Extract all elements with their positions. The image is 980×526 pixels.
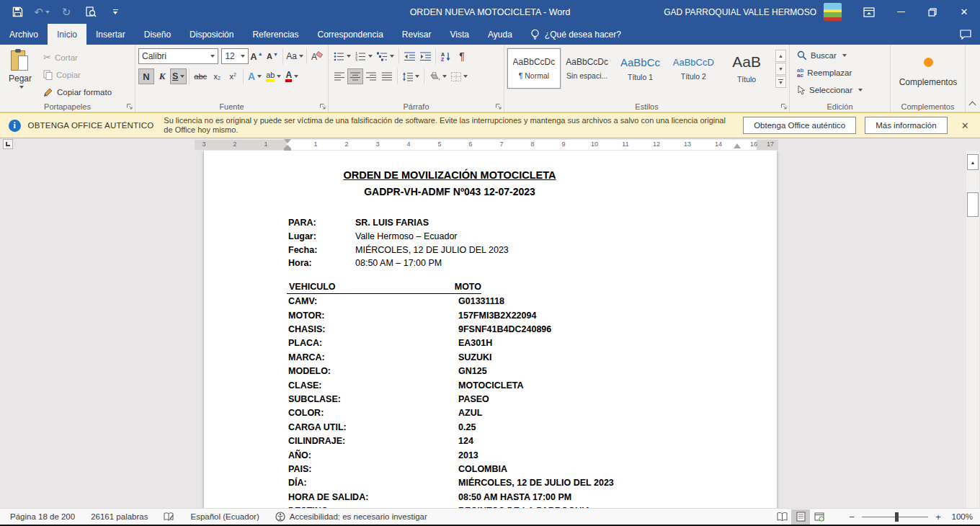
tab-diseno[interactable]: Diseño	[135, 24, 180, 45]
show-marks-button[interactable]: ¶	[454, 48, 470, 64]
account-name[interactable]: GAD PARROQUIAL VALLE HERMOSO	[664, 7, 816, 17]
complementos-button[interactable]: Complementos	[894, 47, 963, 97]
align-right-button[interactable]	[363, 68, 379, 84]
font-color-button[interactable]: A	[283, 68, 300, 84]
tell-me-box[interactable]: ¿Qué desea hacer?	[522, 24, 630, 45]
format-painter-button[interactable]: Copiar formato	[43, 85, 112, 100]
styles-scroll-down-icon[interactable]: ▼	[775, 63, 786, 75]
borders-button[interactable]	[449, 68, 470, 84]
undo-icon[interactable]: ↶	[35, 4, 49, 20]
underline-button[interactable]: S	[170, 68, 187, 84]
vehicle-table: CAMV:G01331118 MOTOR:157FMI3B2X22094 CHA…	[288, 295, 777, 508]
style-titulo-2[interactable]: AaBbCcD Título 2	[667, 48, 720, 89]
tab-revisar[interactable]: Revisar	[393, 24, 441, 45]
font-size-combo[interactable]: 12	[221, 48, 249, 64]
tab-disposicion[interactable]: Disposición	[180, 24, 243, 45]
grow-font-button[interactable]: A▲	[249, 48, 264, 64]
align-center-button[interactable]	[347, 68, 363, 84]
sort-button[interactable]: AZ	[438, 48, 454, 64]
decrease-indent-button[interactable]	[401, 48, 417, 64]
styles-scroll-up-icon[interactable]: ▲	[775, 50, 786, 62]
clipboard-dialog-launcher-icon[interactable]	[126, 103, 133, 110]
highlight-color-button[interactable]: ab	[264, 68, 283, 84]
table-row: MARCA:SUZUKI	[288, 351, 777, 365]
style-titulo[interactable]: AaB Título	[720, 48, 773, 89]
text-effects-button[interactable]: A	[246, 68, 264, 84]
read-mode-icon[interactable]	[772, 509, 791, 525]
change-case-button[interactable]: Aa	[285, 48, 304, 64]
word-count[interactable]: 26161 palabras	[91, 512, 148, 521]
tab-vista[interactable]: Vista	[441, 24, 478, 45]
group-label-complementos: Complementos	[891, 102, 965, 111]
increase-indent-button[interactable]	[417, 48, 433, 64]
zoom-out-button[interactable]: −	[846, 512, 858, 522]
table-row: CARGA UTIL:0.25	[288, 421, 777, 434]
strikethrough-button[interactable]: abc	[192, 68, 209, 84]
scrollbar-thumb[interactable]	[967, 192, 979, 217]
zoom-slider-handle[interactable]	[895, 512, 899, 522]
shading-button[interactable]	[427, 68, 449, 84]
superscript-button[interactable]: x2	[225, 68, 241, 84]
zoom-percentage[interactable]: 100%	[944, 512, 973, 521]
print-layout-icon[interactable]	[791, 509, 810, 525]
shrink-font-button[interactable]: A▼	[264, 48, 280, 64]
replace-button[interactable]: abac Reemplazar	[797, 64, 887, 81]
get-office-button[interactable]: Obtenga Office auténtico	[743, 117, 856, 134]
tab-referencias[interactable]: Referencias	[243, 24, 308, 45]
minimize-button[interactable]	[885, 0, 917, 24]
accessibility-status[interactable]: Accesibilidad: es necesario investigar	[275, 512, 427, 522]
comments-icon[interactable]	[951, 24, 980, 45]
subscript-button[interactable]: x2	[209, 68, 225, 84]
vertical-scrollbar[interactable]: ▲	[966, 151, 979, 508]
language-indicator[interactable]: Español (Ecuador)	[190, 512, 259, 521]
tab-archivo[interactable]: Archivo	[0, 24, 48, 45]
ribbon-display-options-icon[interactable]	[853, 0, 885, 24]
bullets-button[interactable]	[331, 48, 353, 64]
align-left-button[interactable]	[331, 68, 347, 84]
customize-qat-icon[interactable]	[108, 4, 122, 20]
save-icon[interactable]	[10, 4, 24, 20]
first-line-indent-marker[interactable]	[284, 139, 291, 143]
style-titulo-1[interactable]: AaBbCc Título 1	[614, 48, 667, 89]
copy-label: Copiar	[56, 71, 81, 79]
style-normal[interactable]: AaBbCcDc ¶ Normal	[507, 48, 561, 89]
right-indent-marker[interactable]	[734, 143, 741, 148]
line-spacing-button[interactable]	[400, 68, 422, 84]
italic-button[interactable]: K	[154, 68, 170, 84]
scroll-up-icon[interactable]: ▲	[967, 154, 979, 170]
styles-gallery-more-icon[interactable]: ▼	[775, 76, 786, 88]
tab-inicio[interactable]: Inicio	[48, 24, 86, 45]
tab-insertar[interactable]: Insertar	[86, 24, 135, 45]
close-button[interactable]: ✕	[948, 0, 980, 24]
styles-dialog-launcher-icon[interactable]	[780, 103, 788, 110]
tab-stop-selector[interactable]	[3, 139, 13, 149]
document-page[interactable]: ORDEN DE MOVILIZACIÓN MOTOCICLETA GADPR-…	[204, 151, 777, 508]
font-name-combo[interactable]: Calibri	[138, 48, 218, 64]
find-button[interactable]: Buscar	[797, 47, 887, 64]
redo-icon[interactable]: ↻	[59, 4, 74, 20]
page-indicator[interactable]: Página 18 de 200	[10, 512, 75, 521]
multilevel-list-button[interactable]	[375, 48, 396, 64]
web-layout-icon[interactable]	[810, 509, 829, 525]
tab-ayuda[interactable]: Ayuda	[478, 24, 522, 45]
numbering-button[interactable]: 123	[353, 48, 375, 64]
zoom-slider[interactable]	[862, 517, 928, 517]
style-sin-espaciado[interactable]: AaBbCcDc Sin espaci...	[561, 48, 614, 89]
collapse-ribbon-icon[interactable]	[966, 45, 979, 112]
zoom-in-button[interactable]: +	[932, 512, 944, 522]
restore-button[interactable]	[917, 0, 948, 24]
justify-button[interactable]	[379, 68, 395, 84]
clear-formatting-button[interactable]: A	[309, 48, 325, 64]
bold-button[interactable]: N	[138, 68, 154, 84]
paragraph-dialog-launcher-icon[interactable]	[495, 103, 502, 110]
account-avatar[interactable]	[824, 3, 842, 21]
paste-button[interactable]: Pegar	[3, 47, 37, 100]
horizontal-ruler[interactable]: 3 2 1 1 2 3 4 5 6 7 8 9 10 11 12 13 14 1…	[195, 140, 778, 150]
warning-close-icon[interactable]: ✕	[958, 120, 973, 131]
proofing-status-icon[interactable]	[164, 512, 174, 522]
more-info-button[interactable]: Más información	[865, 117, 947, 134]
select-button[interactable]: Seleccionar	[797, 81, 887, 99]
font-dialog-launcher-icon[interactable]	[319, 103, 326, 110]
tab-correspondencia[interactable]: Correspondencia	[308, 24, 392, 45]
print-preview-icon[interactable]	[84, 4, 98, 20]
